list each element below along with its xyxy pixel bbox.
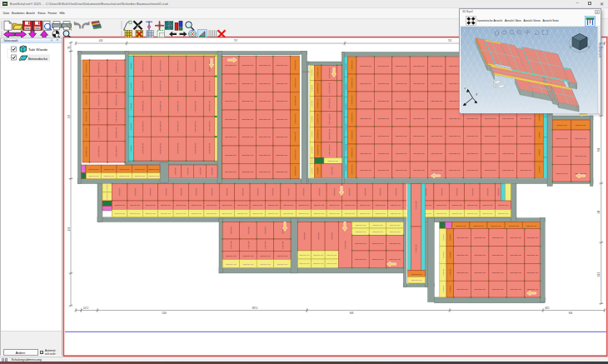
svg-text:150x180 cm: 150x180 cm [115,146,117,157]
svg-text:150x180: 150x180 [195,187,197,196]
svg-text:180x180 cm: 180x180 cm [492,272,504,274]
svg-text:180x180 cm: 180x180 cm [431,135,442,137]
svg-text:150x60 cm: 150x60 cm [411,273,421,276]
svg-text:150x180: 150x180 [486,187,489,196]
svg-text:150x60 cm: 150x60 cm [316,98,319,108]
svg-text:150x180: 150x180 [199,167,202,175]
svg-text:150x180: 150x180 [471,187,474,196]
svg-text:150x180: 150x180 [333,187,336,196]
svg-text:150x180 cm: 150x180 cm [276,82,287,85]
svg-text:150x160 cm: 150x160 cm [556,172,568,175]
svg-text:150x60 cm: 150x60 cm [192,212,202,215]
svg-text:180x180 cm: 180x180 cm [377,65,389,67]
svg-text:O: O [588,46,590,49]
svg-text:180x180 cm: 180x180 cm [360,82,371,85]
svg-text:150x60 cm: 150x60 cm [299,262,309,265]
svg-text:150x40: 150x40 [345,83,347,91]
svg-text:188: 188 [597,210,601,214]
svg-text:150x180 cm: 150x180 cm [328,144,331,156]
svg-text:180x180 cm: 180x180 cm [526,237,538,239]
svg-text:150x180 cm: 150x180 cm [242,154,253,157]
svg-text:180x180 cm: 180x180 cm [492,254,504,257]
svg-text:180x180 cm: 180x180 cm [520,152,531,155]
svg-text:150x180: 150x180 [174,167,177,175]
svg-text:150x180 cm: 150x180 cm [115,62,117,74]
svg-text:180x180 cm: 180x180 cm [449,169,461,172]
svg-text:180x180 cm: 180x180 cm [396,117,407,120]
svg-text:180x180 cm: 180x180 cm [377,152,389,155]
svg-text:150x180: 150x180 [180,187,182,196]
svg-text:150x60 cm: 150x60 cm [356,231,366,233]
svg-text:150x180: 150x180 [318,187,321,196]
svg-text:906: 906 [569,312,573,315]
svg-text:443: 443 [99,39,103,42]
svg-text:150x180 cm: 150x180 cm [177,81,179,92]
svg-text:150x60 cm: 150x60 cm [314,212,324,215]
svg-text:150x60 cm: 150x60 cm [351,77,353,87]
svg-text:150x180: 150x180 [134,187,137,196]
svg-text:180x180 cm: 180x180 cm [492,288,504,291]
svg-text:150x60 cm: 150x60 cm [252,212,262,215]
svg-text:150x180 cm: 150x180 cm [328,82,331,94]
svg-text:180x180 cm: 180x180 cm [502,117,514,120]
svg-text:150x180 cm: 150x180 cm [242,64,253,67]
svg-text:150x60 cm: 150x60 cm [482,204,492,207]
svg-text:150x60: 150x60 [442,285,445,292]
svg-text:150x60 cm: 150x60 cm [119,175,129,177]
svg-text:150x60 cm: 150x60 cm [145,204,155,207]
svg-text:150x60 cm: 150x60 cm [390,224,400,227]
svg-text:150x160 cm: 150x160 cm [372,242,384,245]
svg-text:150x60 cm: 150x60 cm [316,83,319,93]
svg-text:150x60 cm: 150x60 cm [351,95,353,105]
svg-text:150x60: 150x60 [311,167,313,174]
svg-text:150x60 cm: 150x60 cm [316,114,319,124]
svg-text:150x180 cm: 150x180 cm [177,121,179,132]
svg-text:150x180 cm: 150x180 cm [97,127,100,139]
svg-text:150x60 cm: 150x60 cm [345,212,355,215]
svg-text:150x60 cm: 150x60 cm [329,212,339,215]
svg-text:150x180 cm: 150x180 cm [225,136,237,138]
svg-text:150x180: 150x180 [415,201,417,209]
svg-text:Takt Wände: Takt Wände [28,47,48,52]
svg-text:150x60: 150x60 [311,146,313,153]
svg-text:150x160 cm: 150x160 cm [556,137,568,140]
svg-text:150x60 cm: 150x60 cm [436,204,446,207]
svg-text:457: 457 [67,114,71,118]
svg-text:150x160 cm: 150x160 cm [575,137,586,140]
svg-text:180x180 cm: 180x180 cm [456,254,468,257]
svg-text:150x60: 150x60 [442,268,445,276]
svg-text:180x180 cm: 180x180 cm [396,82,407,85]
svg-text:150x180 cm: 150x180 cm [276,100,287,102]
svg-text:150x60 cm: 150x60 cm [243,263,253,266]
svg-text:180x180 cm: 180x180 cm [360,135,371,137]
svg-text:150x180 cm: 150x180 cm [97,95,100,107]
svg-text:150x60 cm: 150x60 cm [451,212,461,215]
svg-text:150x60 cm: 150x60 cm [85,128,87,138]
svg-text:180x180 cm: 180x180 cm [413,169,425,172]
svg-text:180x180 cm: 180x180 cm [413,135,425,137]
svg-text:180x180 cm: 180x180 cm [377,135,389,137]
svg-text:150x60 cm: 150x60 cm [298,204,308,207]
svg-text:150x60 cm: 150x60 cm [115,212,125,215]
svg-text:150x180 cm: 150x180 cm [242,171,253,173]
svg-text:150x60: 150x60 [106,184,108,192]
svg-text:150x60 cm: 150x60 cm [88,175,98,177]
svg-text:150x180 cm: 150x180 cm [159,143,162,155]
svg-text:180x180 cm: 180x180 cm [526,288,538,291]
svg-text:150x180 cm: 150x180 cm [259,64,271,67]
svg-text:180x180 cm: 180x180 cm [396,100,407,102]
svg-text:150x180 cm: 150x180 cm [115,95,117,107]
svg-text:150.5: 150.5 [597,272,601,277]
svg-text:150x180 cm: 150x180 cm [225,154,237,157]
svg-text:150x60: 150x60 [106,192,108,200]
svg-text:150x60 cm: 150x60 cm [226,255,236,257]
svg-text:180x180 cm: 180x180 cm [456,272,468,274]
svg-text:150x180 cm: 150x180 cm [159,121,162,132]
svg-text:150x180: 150x180 [331,167,333,175]
svg-text:150x60 cm: 150x60 cm [576,124,586,127]
svg-text:150x60 cm: 150x60 cm [316,129,319,139]
svg-text:150x60: 150x60 [538,114,541,122]
svg-text:150x60 cm: 150x60 cm [207,204,217,207]
svg-text:150x60 cm: 150x60 cm [391,212,401,215]
svg-text:150x60: 150x60 [449,285,451,292]
